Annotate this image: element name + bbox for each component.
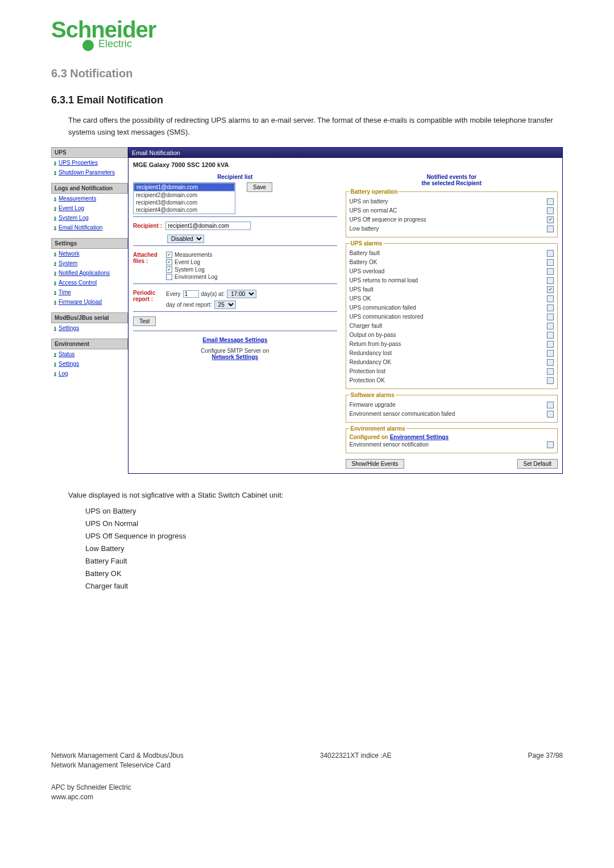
- event-checkbox[interactable]: [547, 350, 554, 357]
- section-6-3-1-heading: 6.3.1 Email Notification: [51, 94, 563, 106]
- main-panel: Email Notification MGE Galaxy 7000 SSC 1…: [128, 147, 563, 474]
- event-label: Environment sensor communication failed: [350, 411, 455, 417]
- event-checkbox[interactable]: [547, 332, 554, 339]
- event-checkbox[interactable]: [547, 411, 554, 418]
- sidebar-label: Settings: [59, 325, 79, 331]
- sidebar-label: Notified Applications: [59, 270, 110, 276]
- next-day-select[interactable]: 25: [214, 301, 236, 309]
- sidebar-item-system-log[interactable]: ◗System Log: [51, 213, 128, 223]
- sidebar-label: Log: [59, 370, 68, 377]
- sidebar-item-event-log[interactable]: ◗Event Log: [51, 203, 128, 213]
- notified-events-heading-1: Notified events for: [346, 174, 558, 180]
- footer-row-1: Network Management Card & Modbus/Jbus 34…: [51, 752, 563, 760]
- event-checkbox[interactable]: [547, 295, 554, 302]
- event-checkbox[interactable]: [547, 250, 554, 257]
- save-button[interactable]: Save: [247, 182, 272, 192]
- event-checkbox[interactable]: [547, 323, 554, 329]
- sidebar-item-measurements[interactable]: ◗Measurements: [51, 194, 128, 203]
- event-checkbox[interactable]: [547, 368, 554, 375]
- recipient-listbox[interactable]: recipient1@domain.com recipient2@domain.…: [133, 182, 235, 214]
- event-checkbox[interactable]: [547, 198, 554, 205]
- sidebar-item-system[interactable]: ◗System: [51, 258, 128, 268]
- sidebar-cat-settings: Settings: [51, 238, 128, 249]
- recipient-label: Recipient :: [133, 223, 162, 229]
- group-software-alarms: Software alarms Firmware upgrade Environ…: [346, 392, 558, 423]
- event-label: UPS returns to normal load: [350, 277, 418, 283]
- env-config-prefix: Configured on: [350, 434, 390, 440]
- email-message-settings-link[interactable]: Email Message Settings: [133, 337, 337, 343]
- event-checkbox[interactable]: [547, 207, 554, 214]
- sidebar-item-notified-applications[interactable]: ◗Notified Applications: [51, 268, 128, 278]
- event-checkbox[interactable]: [547, 314, 554, 320]
- sidebar-cat-ups: UPS: [51, 147, 128, 158]
- checkbox-system-log[interactable]: [166, 266, 172, 273]
- sidebar-item-network[interactable]: ◗Network: [51, 249, 128, 258]
- bullet-item: Charger fault: [85, 580, 563, 592]
- left-column: Recipient list recipient1@domain.com rec…: [133, 174, 337, 360]
- time-select[interactable]: 17:00: [227, 290, 256, 298]
- sidebar-label: Settings: [59, 361, 79, 367]
- event-checkbox[interactable]: [547, 286, 554, 293]
- recipient-row[interactable]: recipient2@domain.com: [134, 191, 235, 199]
- event-checkbox[interactable]: [547, 259, 554, 266]
- environment-settings-link[interactable]: Environment Settings: [390, 434, 449, 440]
- sidebar-item-env-settings[interactable]: ◗Settings: [51, 359, 128, 369]
- checkbox-measurements[interactable]: [166, 252, 172, 258]
- sidebar-item-shutdown-params[interactable]: ◗Shutdown Parameters: [51, 168, 128, 177]
- bullet-item: Battery OK: [85, 567, 563, 580]
- every-days-input[interactable]: [183, 290, 199, 298]
- section-6-3-heading: 6.3 Notification: [51, 67, 563, 80]
- checkbox-environment-log[interactable]: [166, 274, 172, 280]
- sidebar-item-ups-properties[interactable]: ◗UPS Properties: [51, 158, 128, 168]
- checkbox-label: Measurements: [175, 252, 212, 258]
- sidebar-item-email-notification[interactable]: ◗Email Notification: [51, 223, 128, 232]
- event-label: Low battery: [350, 226, 379, 232]
- footer-page-number: Page 37/98: [528, 752, 563, 760]
- show-hide-events-button[interactable]: Show/Hide Events: [346, 459, 405, 469]
- sidebar-label: System: [59, 260, 77, 266]
- sidebar-item-firmware-upload[interactable]: ◗Firmware Upload: [51, 297, 128, 307]
- test-button[interactable]: Test: [133, 316, 156, 326]
- event-checkbox[interactable]: [547, 268, 554, 275]
- sidebar-label: Firmware Upload: [59, 299, 102, 305]
- event-checkbox[interactable]: [547, 402, 554, 408]
- sidebar-label: Network: [59, 251, 80, 257]
- embedded-ui-screenshot: UPS ◗UPS Properties ◗Shutdown Parameters…: [51, 147, 563, 474]
- group-ups-alarms: UPS alarms Battery fault Battery OK UPS …: [346, 240, 558, 389]
- legend-battery-operation: Battery operation: [350, 189, 399, 195]
- footer-doc-title: Network Management Card & Modbus/Jbus: [51, 752, 184, 760]
- event-checkbox[interactable]: [547, 377, 554, 384]
- sidebar-item-modbus-settings[interactable]: ◗Settings: [51, 323, 128, 333]
- sidebar-label: Shutdown Parameters: [59, 169, 115, 176]
- event-checkbox[interactable]: [547, 341, 554, 348]
- sidebar-item-time[interactable]: ◗Time: [51, 287, 128, 297]
- event-checkbox[interactable]: [547, 359, 554, 366]
- event-label: UPS communication failed: [350, 304, 416, 311]
- enable-select[interactable]: Disabled: [167, 235, 204, 243]
- periodic-report-label: Periodic report :: [133, 290, 161, 302]
- sidebar-label: Email Notification: [59, 224, 102, 231]
- sidebar-item-env-status[interactable]: ◗Status: [51, 349, 128, 359]
- event-label: UPS on battery: [350, 198, 388, 205]
- recipient-row-selected[interactable]: recipient1@domain.com: [134, 183, 235, 191]
- notified-events-heading-2: the selected Recipient: [346, 180, 558, 186]
- event-checkbox[interactable]: [547, 226, 554, 232]
- event-checkbox[interactable]: [547, 304, 554, 311]
- recipient-input[interactable]: [165, 222, 251, 230]
- event-checkbox[interactable]: [547, 441, 554, 448]
- legend-environment-alarms: Environment alarms: [350, 425, 406, 432]
- checkbox-event-log[interactable]: [166, 259, 172, 265]
- footer-doc-subtitle: Network Management Teleservice Card: [51, 761, 563, 769]
- sidebar-item-env-log[interactable]: ◗Log: [51, 369, 128, 378]
- event-label: Return from by-pass: [350, 341, 401, 347]
- checkbox-label: Event Log: [175, 259, 200, 265]
- sidebar-cat-environment: Environment: [51, 339, 128, 349]
- sidebar-item-access-control[interactable]: ◗Access Control: [51, 278, 128, 287]
- event-checkbox[interactable]: [547, 277, 554, 284]
- network-settings-link[interactable]: Network Settings: [133, 354, 337, 360]
- configure-smtp-text: Configure SMTP Server on: [133, 348, 337, 354]
- set-default-button[interactable]: Set Default: [517, 459, 558, 469]
- recipient-row[interactable]: recipient3@domain.com: [134, 199, 235, 206]
- recipient-row[interactable]: recipient4@domain.com: [134, 206, 235, 214]
- event-checkbox[interactable]: [547, 216, 554, 223]
